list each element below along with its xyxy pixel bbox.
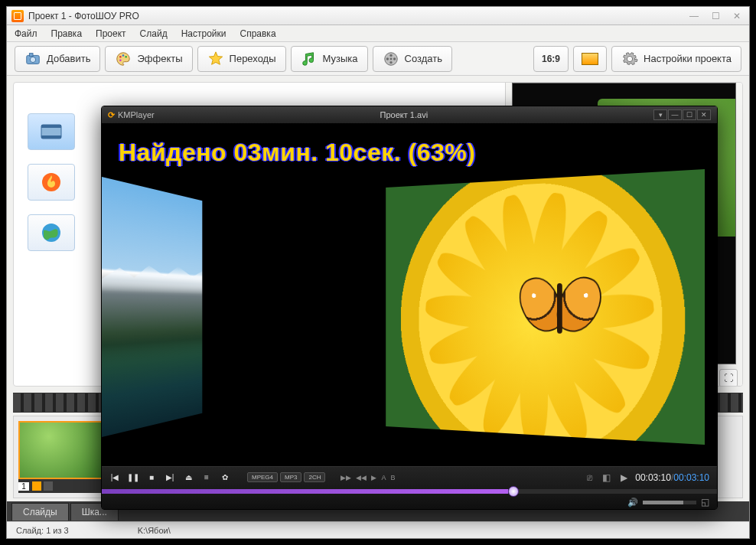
menu-edit[interactable]: Правка	[51, 28, 83, 39]
kmp-filename: Проект 1.avi	[155, 110, 653, 119]
category-video[interactable]	[28, 113, 75, 150]
svg-point-1	[30, 57, 35, 62]
menu-project[interactable]: Проект	[96, 28, 126, 39]
kmp-stop-button[interactable]: ■	[146, 472, 157, 483]
menu-help[interactable]: Справка	[240, 28, 275, 39]
play-indicator-icon: ▶	[621, 472, 627, 483]
music-button[interactable]: Музыка	[291, 46, 368, 72]
tab-slides[interactable]: Слайды	[11, 503, 69, 521]
titlebar[interactable]: Проект 1 - ФотоШОУ PRO — ☐ ✕	[7, 7, 749, 25]
app-icon	[11, 10, 24, 22]
menu-slide[interactable]: Слайд	[140, 28, 168, 39]
kmp-volume: 🔊 ◱	[627, 497, 709, 507]
toolbar: Добавить Эффекты Переходы Музыка Создать…	[7, 42, 749, 76]
svg-rect-14	[41, 125, 61, 128]
reel-icon	[383, 51, 399, 67]
kmp-minimize-button[interactable]: —	[668, 109, 682, 120]
kmp-playlist-button[interactable]: ≡	[201, 472, 212, 483]
category-globe[interactable]	[28, 214, 75, 251]
kmp-controls: |◀ ❚❚ ■ ▶| ⏏ ≡ ✿ MPEG4 MP3 2CH ▶▶ ◀◀ ▶ A…	[102, 466, 717, 509]
video-right-panel	[386, 169, 705, 445]
minimize-button[interactable]: —	[686, 11, 702, 21]
add-button[interactable]: Добавить	[15, 46, 100, 72]
svg-point-4	[122, 54, 125, 57]
kmp-tray-button[interactable]: ▾	[653, 109, 667, 120]
kmp-appname: KMPlayer	[118, 110, 155, 119]
kmp-time: ⎚ ◧ ▶ 00:03:10/00:03:10	[587, 472, 709, 483]
svg-point-8	[389, 54, 392, 56]
kmp-next-button[interactable]: ▶|	[165, 472, 175, 483]
create-button[interactable]: Создать	[373, 46, 452, 72]
svg-rect-15	[41, 135, 61, 139]
picture-icon	[582, 53, 598, 65]
slide-thumbnail	[18, 421, 104, 479]
kmp-time-total: 00:03:10	[673, 472, 709, 483]
kmp-eject-button[interactable]: ⏏	[183, 472, 194, 483]
window-controls: — ☐ ✕	[686, 11, 745, 21]
kmp-window-controls: ▾ — ☐ ✕	[653, 109, 711, 120]
star-icon	[207, 51, 224, 67]
kmp-seek-knob[interactable]	[508, 486, 519, 497]
kmp-titlebar[interactable]: ⟳ KMPlayer Проект 1.avi ▾ — ☐ ✕	[102, 106, 717, 123]
aspect-button[interactable]: 16:9	[533, 46, 569, 72]
category-buttons	[28, 113, 75, 251]
status-slide: Слайд: 1 из 3	[16, 526, 69, 535]
butterfly-graphic	[521, 276, 599, 341]
preview-fullscreen-button[interactable]: ⛶	[719, 369, 738, 387]
kmp-prev-button[interactable]: |◀	[109, 472, 120, 483]
status-bar: Слайд: 1 из 3 K:\Ябои\	[7, 521, 749, 538]
svg-point-10	[393, 57, 395, 60]
picture-button[interactable]	[573, 46, 607, 72]
svg-point-5	[125, 55, 128, 57]
close-button[interactable]: ✕	[729, 11, 745, 21]
kmp-seek-bar[interactable]	[102, 489, 717, 494]
add-label: Добавить	[47, 53, 90, 64]
kmp-seek-progress	[102, 489, 508, 494]
kmp-close-button[interactable]: ✕	[697, 109, 711, 120]
speaker-icon[interactable]: 🔊	[627, 498, 638, 507]
svg-point-3	[120, 55, 122, 57]
svg-rect-2	[29, 53, 33, 56]
menu-settings[interactable]: Настройки	[181, 28, 226, 39]
kmp-pause-button[interactable]: ❚❚	[128, 472, 138, 483]
kmp-overlay-text: Найдено 03мин. 10сек. (63%)	[119, 139, 475, 167]
music-label: Музыка	[323, 53, 358, 64]
camera-icon	[24, 51, 41, 67]
menu-bar: Файл Правка Проект Слайд Настройки Справ…	[7, 25, 749, 42]
kmp-capture-icon[interactable]: ⎚	[587, 472, 592, 483]
kmp-maximize-button[interactable]: ☐	[683, 109, 696, 120]
slide-extra-icon[interactable]	[44, 481, 53, 491]
project-settings-label: Настройки проекта	[644, 53, 732, 64]
gear-icon	[621, 51, 638, 67]
svg-point-12	[389, 57, 392, 60]
transitions-label: Переходы	[230, 53, 276, 64]
window-title: Проект 1 - ФотоШОУ PRO	[28, 11, 139, 21]
music-icon	[301, 51, 318, 67]
effects-label: Эффекты	[137, 53, 182, 64]
create-label: Создать	[405, 53, 442, 64]
kmp-expand-icon[interactable]: ◱	[701, 497, 709, 507]
transitions-button[interactable]: Переходы	[197, 46, 286, 72]
menu-file[interactable]: Файл	[15, 28, 37, 39]
kmp-time-current: 00:03:10	[635, 472, 671, 483]
video-left-panel	[102, 177, 202, 437]
svg-point-11	[389, 60, 392, 63]
slide-number: 1	[18, 482, 29, 491]
kmp-video-area[interactable]: Найдено 03мин. 10сек. (63%)	[102, 123, 717, 466]
kmp-small-controls: ▶▶ ◀◀ ▶ A B	[341, 474, 395, 481]
maximize-button[interactable]: ☐	[708, 11, 723, 21]
slide-label: 1	[18, 479, 104, 493]
kmp-volume-bar[interactable]	[643, 501, 696, 504]
kmplayer-window[interactable]: ⟳ KMPlayer Проект 1.avi ▾ — ☐ ✕ Найдено …	[101, 106, 718, 510]
kmp-codec-badges: MPEG4 MP3 2CH	[247, 472, 325, 482]
effects-button[interactable]: Эффекты	[105, 46, 192, 72]
pencil-icon[interactable]	[32, 481, 41, 491]
kmp-options-button[interactable]: ✿	[220, 472, 230, 483]
kmp-mini-icon[interactable]: ◧	[602, 472, 611, 483]
category-fire[interactable]	[28, 164, 75, 201]
svg-point-6	[120, 59, 122, 61]
kmp-logo: ⟳	[108, 110, 115, 120]
project-settings-button[interactable]: Настройки проекта	[611, 46, 741, 72]
slide-thumb-1[interactable]: 1	[18, 421, 104, 493]
svg-point-9	[386, 57, 388, 60]
